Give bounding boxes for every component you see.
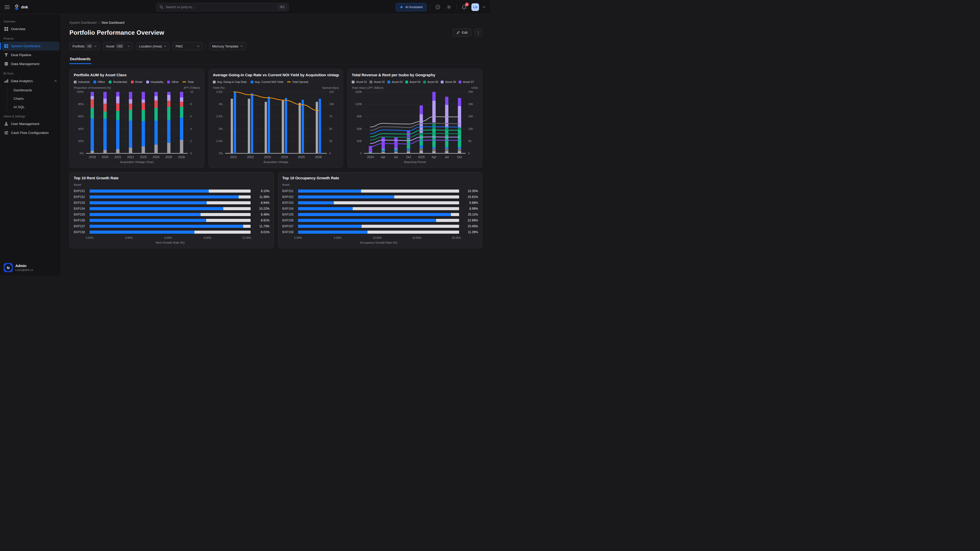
bar-segment <box>407 140 410 148</box>
charts-row-1: Portfolio AUM by Asset Class IndustrialO… <box>69 69 482 168</box>
legend-item[interactable]: Residential <box>109 80 127 83</box>
app-name: dnk <box>21 5 28 9</box>
bar-segment <box>103 92 107 99</box>
x-axis-line <box>225 153 327 154</box>
legend-item[interactable]: Other <box>167 80 179 83</box>
sidebar-item-data-management[interactable]: Data Management <box>2 59 59 68</box>
chevron-down-icon[interactable] <box>483 6 485 8</box>
legend-label: Residential <box>113 80 127 83</box>
notifications-button[interactable]: 2 <box>460 3 468 11</box>
filter-portfolio[interactable]: Portfolio+2 <box>69 42 100 50</box>
bar-segment <box>420 151 423 153</box>
user-avatar[interactable]: LS <box>471 3 479 11</box>
bar-segment <box>369 152 372 152</box>
edit-button[interactable]: Edit <box>453 29 471 37</box>
card-portfolio-aum: Portfolio AUM by Asset Class IndustrialO… <box>69 69 204 168</box>
legend-item[interactable]: Asset 03 <box>387 80 403 83</box>
gridline <box>364 141 466 141</box>
legend-item[interactable]: Avg. Going-in Cap Rate <box>213 80 247 83</box>
x-axis-tick: 3.00% <box>125 236 133 239</box>
x-axis-tick: 2026 <box>178 156 185 159</box>
app-logo[interactable]: dnk <box>14 4 28 10</box>
global-search[interactable]: ⌘K <box>156 3 289 11</box>
search-input[interactable] <box>165 5 275 9</box>
y-axis-tick: 100% <box>74 90 84 94</box>
kebab-icon: ⋮ <box>476 30 480 35</box>
bar-segment <box>382 151 385 152</box>
row-value: 15.81% <box>462 195 478 199</box>
sidebar-item-deal-pipeline[interactable]: Deal Pipeline <box>2 51 59 59</box>
bar-segment <box>180 118 183 140</box>
legend-item[interactable]: Asset 04 <box>405 80 421 83</box>
hamburger-menu-icon[interactable] <box>5 5 10 9</box>
x-axis-tick: Oct <box>406 156 411 159</box>
y-axis-tick-right: 0 <box>190 152 192 155</box>
breadcrumb-parent[interactable]: System Dashboard <box>69 21 97 24</box>
chart-legend: Avg. Going-in Cap RateAvg. Current NOI Y… <box>213 80 339 83</box>
row-label: BXP151 <box>282 189 296 193</box>
legend-item[interactable]: Avg. Current NOI Yield <box>251 80 283 83</box>
sidebar-user[interactable]: N Admin Louis@dnk.co <box>0 260 61 275</box>
bar-segment <box>420 105 423 114</box>
gridline <box>86 116 188 117</box>
y-axis-tick: 4% <box>213 103 223 106</box>
legend-item[interactable]: Industrial <box>74 80 89 83</box>
legend-label: Asset 06 <box>445 80 456 83</box>
sidebar-item-ai-sql[interactable]: AI SQL <box>7 103 59 111</box>
legend-item[interactable]: Total <box>183 80 193 83</box>
sidebar-item-system-dashboard[interactable]: System Dashboard <box>2 41 59 51</box>
filter-asset[interactable]: Asset+12 <box>103 42 133 50</box>
y-axis-tick: 120B <box>352 103 362 106</box>
sidebar-item-cash-flow-configuration[interactable]: Cash Flow Configuration <box>2 128 59 137</box>
bar <box>265 102 267 153</box>
sidebar-item-overview[interactable]: Overview <box>2 24 59 33</box>
filter-location[interactable]: Location (Area) <box>136 42 169 50</box>
legend-item[interactable]: Hospitality <box>146 80 164 83</box>
legend-item[interactable]: Asset 02 <box>369 80 385 83</box>
legend-item[interactable]: Asset 05 <box>423 80 438 83</box>
legend-swatch <box>183 81 186 83</box>
sidebar-item-charts[interactable]: Charts <box>7 94 59 103</box>
sidebar-item-dashboards[interactable]: Dashboards <box>7 86 59 94</box>
section-label: Overview <box>3 20 57 23</box>
legend-label: Retail <box>135 80 142 83</box>
bar-track <box>89 207 251 210</box>
more-actions-button[interactable]: ⋮ <box>474 29 482 37</box>
y-axis-tick-right: 125 <box>329 90 334 94</box>
bar-track <box>89 213 251 216</box>
x-axis-tick: 2022 <box>127 156 134 159</box>
bar <box>285 98 287 153</box>
legend-label: Hospitality <box>151 80 164 83</box>
hbar-row: BXP1558.48% <box>74 212 269 217</box>
pencil-icon <box>457 31 460 34</box>
gridline <box>225 116 327 117</box>
sidebar-item-data-analytics[interactable]: Data Analytics <box>2 76 59 86</box>
legend-item[interactable]: Asset 01 <box>352 80 367 83</box>
bar-segment <box>394 149 398 149</box>
legend-item[interactable]: Asset 07 <box>458 80 474 83</box>
settings-button[interactable] <box>445 3 453 11</box>
filter-label: Location (Area) <box>139 44 162 48</box>
row-value: 8.48% <box>253 213 269 216</box>
chevron-down-icon <box>164 45 166 47</box>
tab-dashboards[interactable]: Dashboards <box>69 56 91 64</box>
bar <box>319 99 321 153</box>
row-label: BXP157 <box>282 224 296 228</box>
x-axis-line <box>364 153 466 154</box>
legend-swatch <box>94 81 96 83</box>
legend-item[interactable]: Retail <box>131 80 142 83</box>
bar-fill <box>89 225 243 228</box>
left-axis-label: Total Value (JPY, Billion) <box>352 86 383 89</box>
help-button[interactable]: ? <box>434 3 442 11</box>
hbar-rows: BXP1519.10%BXP15211.38%BXP1538.94%BXP154… <box>74 187 269 234</box>
chevron-down-icon <box>240 45 243 47</box>
filter-template[interactable]: Mercury Template <box>209 42 246 50</box>
legend-item[interactable]: Yield Spread <box>287 80 308 83</box>
ai-assistant-button[interactable]: AI Assistant <box>396 3 426 11</box>
legend-swatch <box>369 81 372 83</box>
filter-pmc[interactable]: PMC <box>172 42 203 50</box>
legend-item[interactable]: Asset 06 <box>441 80 456 83</box>
sidebar-item-user-management[interactable]: User Management <box>2 119 59 128</box>
legend-swatch <box>251 81 253 83</box>
legend-item[interactable]: Office <box>94 80 105 83</box>
